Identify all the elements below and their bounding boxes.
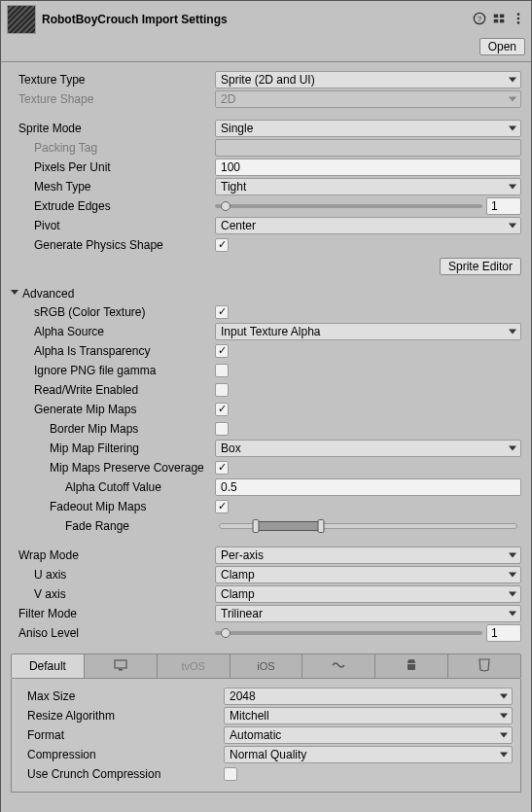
alpha-cutoff-label: Alpha Cutoff Value	[11, 480, 215, 494]
platform-tab-tvos[interactable]: tvOS	[158, 654, 231, 678]
menu-icon[interactable]	[512, 12, 525, 28]
extrude-edges-value[interactable]: 1	[486, 197, 521, 215]
fadeout-mip-checkbox[interactable]	[215, 500, 229, 513]
gen-mipmaps-label: Generate Mip Maps	[11, 403, 215, 416]
alpha-source-label: Alpha Source	[11, 325, 215, 338]
pixels-per-unit-label: Pixels Per Unit	[11, 160, 215, 174]
asset-thumbnail	[7, 5, 36, 34]
svg-point-8	[517, 21, 520, 24]
platform-tab-webgl[interactable]	[448, 654, 520, 678]
packing-tag-input	[215, 139, 521, 157]
chevron-down-icon	[11, 290, 18, 299]
gen-physics-label: Generate Physics Shape	[11, 238, 215, 252]
max-size-dropdown[interactable]: 2048	[224, 688, 513, 705]
packing-tag-label: Packing Tag	[11, 141, 215, 155]
platform-tab-android[interactable]	[375, 654, 448, 678]
platform-tab-lumin[interactable]	[302, 654, 375, 678]
extrude-edges-label: Extrude Edges	[11, 199, 215, 213]
max-size-label: Max Size	[19, 689, 224, 703]
svg-rect-9	[115, 660, 126, 668]
read-write-label: Read/Write Enabled	[11, 383, 215, 397]
u-axis-label: U axis	[11, 568, 215, 582]
sprite-mode-dropdown[interactable]: Single	[215, 120, 521, 137]
svg-rect-3	[500, 14, 504, 18]
fade-range-slider[interactable]	[219, 523, 517, 529]
svg-rect-2	[494, 14, 498, 18]
format-label: Format	[19, 728, 224, 742]
inspector-header: RobotBoyCrouch Import Settings ?	[1, 1, 531, 36]
aniso-level-value[interactable]: 1	[486, 624, 521, 642]
texture-shape-label: Texture Shape	[11, 92, 215, 106]
texture-type-dropdown[interactable]: Sprite (2D and UI)	[215, 71, 521, 88]
inspector-panel: RobotBoyCrouch Import Settings ? Open Te…	[0, 0, 532, 812]
extrude-edges-slider[interactable]	[215, 204, 482, 208]
android-icon	[404, 657, 419, 676]
alpha-source-dropdown[interactable]: Input Texture Alpha	[215, 323, 521, 340]
platform-settings-box: Max Size 2048 Resize Algorithm Mitchell …	[11, 679, 521, 793]
lumin-icon	[331, 657, 346, 676]
texture-shape-dropdown: 2D	[215, 90, 521, 108]
mip-filter-dropdown[interactable]: Box	[215, 440, 521, 457]
aniso-level-label: Aniso Level	[11, 626, 215, 640]
preserve-coverage-checkbox[interactable]	[215, 461, 229, 475]
v-axis-dropdown[interactable]: Clamp	[215, 585, 521, 603]
platform-tab-ios[interactable]: iOS	[231, 654, 303, 678]
fadeout-mip-label: Fadeout Mip Maps	[11, 500, 215, 513]
srgb-label: sRGB (Color Texture)	[11, 305, 215, 319]
pixels-per-unit-input[interactable]	[215, 159, 521, 176]
border-mip-label: Border Mip Maps	[11, 422, 215, 436]
wrap-mode-dropdown[interactable]: Per-axis	[215, 547, 521, 564]
resize-algo-label: Resize Algorithm	[19, 709, 224, 723]
filter-mode-dropdown[interactable]: Trilinear	[215, 605, 521, 622]
format-dropdown[interactable]: Automatic	[224, 726, 513, 744]
preserve-coverage-label: Mip Maps Preserve Coverage	[11, 461, 215, 475]
gen-physics-checkbox[interactable]	[215, 238, 229, 252]
use-crunch-label: Use Crunch Compression	[19, 767, 224, 781]
asset-title: RobotBoyCrouch Import Settings	[42, 13, 473, 26]
monitor-icon	[113, 657, 128, 676]
help-icon[interactable]: ?	[473, 12, 486, 28]
fade-range-label: Fade Range	[11, 519, 215, 533]
compression-label: Compression	[19, 748, 224, 761]
alpha-transparency-label: Alpha Is Transparency	[11, 344, 215, 358]
svg-text:?: ?	[478, 14, 482, 22]
alpha-cutoff-input[interactable]	[215, 478, 521, 496]
wrap-mode-label: Wrap Mode	[11, 548, 215, 562]
v-axis-label: V axis	[11, 587, 215, 601]
sprite-editor-button[interactable]: Sprite Editor	[440, 258, 521, 275]
ignore-gamma-label: Ignore PNG file gamma	[11, 364, 215, 377]
html5-icon	[477, 657, 492, 676]
pivot-dropdown[interactable]: Center	[215, 217, 521, 234]
open-button[interactable]: Open	[479, 38, 525, 55]
filter-mode-label: Filter Mode	[11, 607, 215, 620]
u-axis-dropdown[interactable]: Clamp	[215, 566, 521, 583]
resize-algo-dropdown[interactable]: Mitchell	[224, 707, 513, 724]
preset-icon[interactable]	[492, 12, 506, 28]
aniso-level-slider[interactable]	[215, 631, 482, 635]
alpha-transparency-checkbox[interactable]	[215, 344, 229, 358]
svg-rect-5	[500, 18, 504, 22]
platform-tab-default[interactable]: Default	[12, 654, 85, 678]
compression-dropdown[interactable]: Normal Quality	[224, 746, 513, 763]
mip-filter-label: Mip Map Filtering	[11, 441, 215, 455]
svg-rect-4	[494, 18, 498, 22]
texture-type-label: Texture Type	[11, 73, 215, 87]
pivot-label: Pivot	[11, 219, 215, 232]
advanced-foldout[interactable]: Advanced	[11, 285, 521, 302]
platform-tab-standalone[interactable]	[85, 654, 158, 678]
use-crunch-checkbox[interactable]	[224, 767, 237, 781]
border-mip-checkbox[interactable]	[215, 422, 229, 436]
mesh-type-label: Mesh Type	[11, 180, 215, 194]
sprite-mode-label: Sprite Mode	[11, 122, 215, 135]
gen-mipmaps-checkbox[interactable]	[215, 403, 229, 416]
ignore-gamma-checkbox[interactable]	[215, 364, 229, 377]
read-write-checkbox[interactable]	[215, 383, 229, 397]
svg-point-6	[517, 13, 520, 16]
srgb-checkbox[interactable]	[215, 305, 229, 319]
svg-point-7	[517, 17, 520, 19]
svg-rect-10	[119, 669, 123, 671]
mesh-type-dropdown[interactable]: Tight	[215, 178, 521, 195]
platform-tabs: Default tvOS iOS	[11, 653, 521, 679]
